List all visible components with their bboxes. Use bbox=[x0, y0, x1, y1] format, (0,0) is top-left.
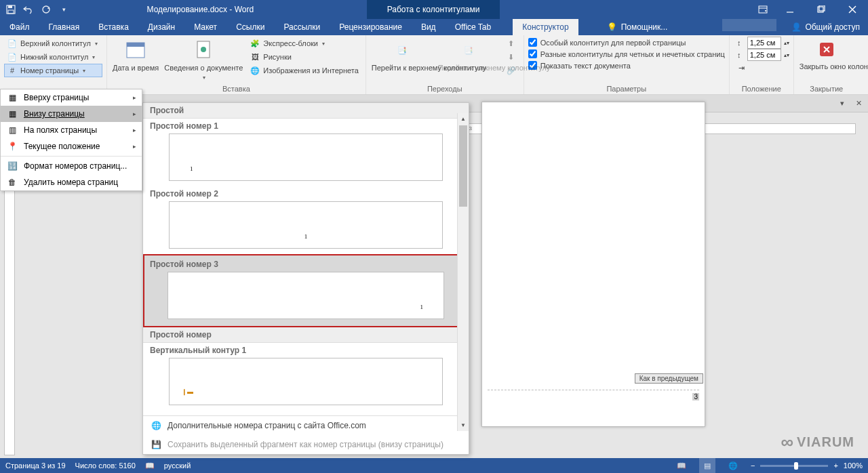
zoom-in-icon[interactable]: + bbox=[833, 461, 837, 470]
next-icon: ⬇ bbox=[506, 52, 517, 62]
gallery-save-selection: 💾Сохранить выделенный фрагмент как номер… bbox=[143, 435, 469, 454]
menu-format-page-numbers[interactable]: 🔢Формат номеров страниц... bbox=[1, 158, 142, 174]
account-area[interactable] bbox=[722, 19, 776, 31]
header-from-top-spinner[interactable]: ↕▴▾ bbox=[734, 37, 789, 49]
gallery-item-4[interactable]: Вертикальный контур 1 ❙▬ bbox=[143, 343, 469, 411]
tab-view[interactable]: Вид bbox=[412, 19, 446, 35]
share-icon: 👤 bbox=[791, 22, 802, 32]
page-number-gallery: Простой Простой номер 1 1 Простой номер … bbox=[142, 102, 469, 455]
group-label-close: Закрытие bbox=[798, 85, 855, 94]
svg-point-3 bbox=[43, 6, 50, 13]
menu-top-of-page[interactable]: ▦Вверху страницы▸ bbox=[1, 89, 142, 106]
group-label-position: Положение bbox=[734, 85, 789, 94]
zoom-value[interactable]: 100% bbox=[844, 461, 863, 470]
menu-current-position[interactable]: 📍Текущее положение▸ bbox=[1, 138, 142, 155]
redo-icon[interactable] bbox=[41, 4, 52, 15]
status-word-count[interactable]: Число слов: 5160 bbox=[75, 461, 136, 470]
doc-info-button[interactable]: Сведения о документе bbox=[163, 37, 244, 83]
close-header-footer-button[interactable]: Закрыть окно колонтитулов bbox=[798, 37, 855, 73]
pictures-button[interactable]: 🖼Рисунки bbox=[247, 50, 361, 64]
menu-page-margins[interactable]: ▥На полях страницы▸ bbox=[1, 122, 142, 138]
svg-rect-1 bbox=[8, 5, 12, 8]
prev-icon: ⬆ bbox=[506, 38, 517, 49]
contextual-tab-title: Работа с колонтитулами bbox=[367, 0, 500, 19]
next-section-button[interactable]: ⬇ bbox=[503, 50, 519, 64]
scroll-thumb[interactable] bbox=[459, 125, 467, 207]
prev-section-button[interactable]: ⬆ bbox=[503, 37, 519, 50]
titlebar: ▾ Моделирование.docx - Word Работа с кол… bbox=[0, 0, 868, 19]
gallery-scrollbar[interactable]: ▲ ▼ bbox=[457, 113, 469, 431]
different-first-page-checkbox[interactable]: Особый колонтитул для первой страницы bbox=[528, 37, 725, 48]
link-previous-button[interactable]: 🔗 bbox=[503, 64, 519, 77]
undo-icon[interactable] bbox=[23, 4, 34, 15]
ribbon: 📄Верхний колонтитул 📄Нижний колонтитул #… bbox=[0, 35, 868, 95]
scroll-down-icon[interactable]: ▼ bbox=[458, 419, 469, 431]
menu-bottom-of-page[interactable]: ▦Внизу страницы▸ bbox=[1, 106, 142, 122]
svg-rect-4 bbox=[759, 6, 767, 13]
footer-icon: 📄 bbox=[7, 52, 18, 62]
footer-area[interactable]: 3 bbox=[488, 390, 699, 400]
tab-review[interactable]: Рецензирование bbox=[330, 19, 412, 35]
online-pictures-button[interactable]: 🌐Изображения из Интернета bbox=[247, 64, 361, 77]
date-time-button[interactable]: Дата и время bbox=[111, 37, 160, 75]
print-layout-icon[interactable]: ▤ bbox=[699, 458, 715, 473]
tab-design[interactable]: Дизайн bbox=[138, 19, 184, 35]
menu-remove-page-numbers[interactable]: 🗑Удалить номера страниц bbox=[1, 174, 142, 190]
gallery-item-1[interactable]: Простой номер 1 1 bbox=[143, 119, 469, 186]
office-icon: 🌐 bbox=[150, 420, 162, 431]
scroll-up-icon[interactable]: ▲ bbox=[458, 113, 469, 125]
footer-from-bottom-spinner[interactable]: ↕▴▾ bbox=[734, 49, 789, 61]
odd-even-pages-checkbox[interactable]: Разные колонтитулы для четных и нечетных… bbox=[528, 48, 725, 60]
show-doc-text-checkbox[interactable]: Показать текст документа bbox=[528, 60, 725, 71]
tab-references[interactable]: Ссылки bbox=[226, 19, 274, 35]
svg-rect-7 bbox=[819, 5, 825, 11]
group-label-nav: Переходы bbox=[370, 85, 519, 94]
save-selection-icon: 💾 bbox=[150, 439, 162, 450]
save-icon[interactable] bbox=[5, 4, 16, 15]
footer-button[interactable]: 📄Нижний колонтитул bbox=[4, 50, 102, 64]
tab-file[interactable]: Файл bbox=[0, 19, 39, 35]
zoom-slider[interactable] bbox=[760, 465, 828, 467]
share-button[interactable]: 👤Общий доступ bbox=[783, 19, 868, 35]
bottom-page-icon: ▦ bbox=[6, 108, 18, 119]
status-page[interactable]: Страница 3 из 19 bbox=[5, 461, 66, 470]
quick-access-toolbar: ▾ bbox=[0, 4, 75, 15]
goto-header-button[interactable]: 📑Перейти к верхнему колонтитулу bbox=[370, 37, 434, 75]
group-label-options: Параметры bbox=[528, 85, 725, 94]
tab-icon: ⇥ bbox=[736, 62, 747, 73]
page-number-button[interactable]: #Номер страницы bbox=[4, 64, 102, 77]
doc-dropdown-icon[interactable]: ▾ bbox=[837, 98, 848, 109]
header-button[interactable]: 📄Верхний колонтитул bbox=[4, 37, 102, 50]
minimize-button[interactable] bbox=[774, 0, 806, 19]
footer-pos-icon: ↕ bbox=[734, 49, 745, 60]
zoom-out-icon[interactable]: − bbox=[751, 461, 755, 470]
ribbon-display-options-icon[interactable] bbox=[751, 0, 774, 19]
window-title: Моделирование.docx - Word bbox=[75, 5, 326, 14]
gallery-item-3[interactable]: Простой номер 3 1 bbox=[143, 254, 469, 327]
close-button[interactable] bbox=[837, 0, 868, 19]
insert-alignment-tab-button[interactable]: ⇥ bbox=[734, 61, 789, 75]
top-page-icon: ▦ bbox=[6, 92, 18, 103]
tab-layout[interactable]: Макет bbox=[184, 19, 226, 35]
gallery-more-online[interactable]: 🌐Дополнительные номера страниц с сайта O… bbox=[143, 416, 469, 435]
quick-parts-button[interactable]: 🧩Экспресс-блоки bbox=[247, 37, 361, 50]
tab-mailings[interactable]: Рассылки bbox=[274, 19, 330, 35]
maximize-button[interactable] bbox=[806, 0, 837, 19]
page-number-icon: # bbox=[7, 65, 18, 76]
document-icon bbox=[193, 39, 214, 61]
web-layout-icon[interactable]: 🌐 bbox=[725, 458, 741, 473]
status-language[interactable]: русский bbox=[164, 461, 191, 470]
read-mode-icon[interactable]: 📖 bbox=[673, 458, 690, 473]
tab-home[interactable]: Главная bbox=[39, 19, 90, 35]
zoom-control[interactable]: − + 100% bbox=[751, 461, 863, 470]
tab-designer[interactable]: Конструктор bbox=[513, 19, 578, 35]
svg-point-13 bbox=[201, 47, 206, 52]
gallery-item-2[interactable]: Простой номер 2 1 bbox=[143, 186, 469, 254]
status-proofing-icon[interactable]: 📖 bbox=[145, 461, 155, 470]
doc-close-icon[interactable]: ✕ bbox=[853, 98, 864, 109]
tab-officetab[interactable]: Office Tab bbox=[446, 19, 501, 35]
goto-header-icon: 📑 bbox=[391, 39, 413, 61]
tell-me[interactable]: 💡Помощник... bbox=[599, 19, 676, 35]
tab-insert[interactable]: Вставка bbox=[89, 19, 138, 35]
qat-customize-icon[interactable]: ▾ bbox=[58, 4, 69, 15]
